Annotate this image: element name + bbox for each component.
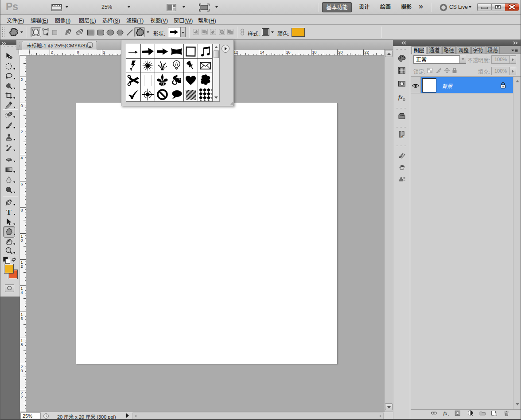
svg-text:0: 0 bbox=[77, 50, 79, 54]
svg-text:0: 0 bbox=[21, 104, 23, 108]
svg-text:6: 6 bbox=[21, 316, 23, 321]
svg-text:6: 6 bbox=[21, 182, 23, 186]
svg-text:T: T bbox=[6, 208, 12, 216]
svg-text:2: 2 bbox=[51, 50, 53, 54]
svg-text:0: 0 bbox=[21, 369, 23, 373]
svg-text:18: 18 bbox=[312, 50, 317, 54]
svg-text:4: 4 bbox=[21, 156, 23, 160]
svg-text:14: 14 bbox=[260, 50, 264, 54]
svg-text:fx: fx bbox=[443, 411, 447, 416]
svg-text:2: 2 bbox=[21, 130, 23, 134]
svg-text:0: 0 bbox=[21, 238, 23, 243]
svg-text:2: 2 bbox=[103, 50, 105, 54]
svg-text:20: 20 bbox=[338, 50, 343, 54]
svg-text:fx: fx bbox=[398, 94, 403, 100]
svg-text:12: 12 bbox=[234, 50, 238, 54]
svg-text:2: 2 bbox=[21, 77, 23, 82]
svg-text:8: 8 bbox=[21, 208, 23, 212]
svg-text:16: 16 bbox=[286, 50, 291, 54]
svg-text:4: 4 bbox=[21, 290, 23, 295]
svg-text:5: 5 bbox=[401, 135, 404, 139]
svg-text:8: 8 bbox=[21, 343, 23, 347]
svg-text:22: 22 bbox=[365, 50, 369, 54]
svg-text:2: 2 bbox=[21, 264, 23, 269]
svg-text:2: 2 bbox=[21, 395, 23, 399]
